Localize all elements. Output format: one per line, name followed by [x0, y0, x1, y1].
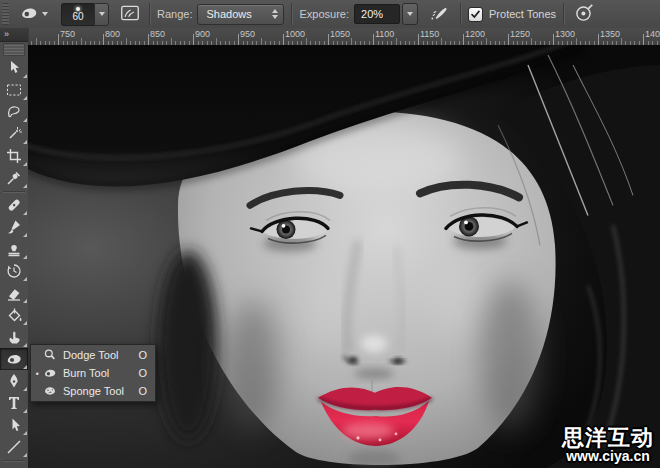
flyout-corner-icon	[23, 118, 27, 122]
eyedropper-tool[interactable]	[0, 167, 28, 189]
brush-panel-icon	[119, 2, 141, 24]
ruler-label: 950	[240, 29, 255, 39]
tool-preset-picker[interactable]	[15, 0, 51, 28]
toolbar-tools	[0, 57, 28, 463]
lasso-tool[interactable]	[0, 101, 28, 123]
ruler-label: 900	[195, 29, 210, 39]
paint-bucket-tool-icon	[4, 305, 24, 325]
flyout-corner-icon	[23, 453, 27, 457]
flyout-corner-icon	[23, 140, 27, 144]
ruler-tick	[171, 38, 172, 45]
ruler-tick	[373, 34, 374, 45]
move-tool-icon	[4, 58, 24, 78]
burn-tool-icon	[42, 365, 58, 381]
menu-item-sponge-tool[interactable]: Sponge ToolO	[31, 382, 155, 400]
eraser-tool[interactable]	[0, 282, 28, 304]
ruler-tick	[103, 34, 104, 45]
ruler-label: 1250	[510, 29, 530, 39]
exposure-input[interactable]: 20%	[354, 4, 400, 24]
ruler-tick	[81, 38, 82, 45]
chevron-down-icon	[407, 12, 413, 16]
watermark-title: 思洋互动	[562, 427, 654, 449]
smudge-tool[interactable]	[0, 326, 28, 348]
marquee-tool-icon	[4, 80, 24, 100]
selected-tool-bullet: ▪	[33, 369, 42, 378]
ruler-tick	[396, 38, 397, 45]
toolbar: »	[0, 28, 29, 468]
burn-tool-icon	[4, 349, 24, 369]
ruler-tick	[283, 34, 284, 45]
ruler-tick	[216, 38, 217, 45]
protect-tones-checkbox[interactable]	[468, 7, 483, 22]
ruler-tick	[463, 34, 464, 45]
protect-tones-control[interactable]: Protect Tones	[468, 7, 556, 22]
tool-flyout-menu: Dodge ToolO▪Burn ToolOSponge ToolO	[30, 344, 156, 402]
menu-item-burn-tool[interactable]: ▪Burn ToolO	[31, 364, 155, 382]
exposure-value: 20%	[361, 8, 383, 20]
magic-wand-tool[interactable]	[0, 123, 28, 145]
flyout-corner-icon	[23, 233, 27, 237]
menu-item-dodge-tool[interactable]: Dodge ToolO	[31, 346, 155, 364]
brush-tool[interactable]	[0, 216, 28, 238]
brush-size-dropdown[interactable]	[94, 3, 109, 26]
brush-size-value: 60	[72, 11, 83, 23]
range-value: Shadows	[206, 8, 251, 20]
checkmark-icon	[470, 9, 481, 20]
updown-arrows-icon	[264, 9, 278, 19]
ruler-label: 1000	[285, 29, 305, 39]
move-tool[interactable]	[0, 57, 28, 79]
marquee-tool[interactable]	[0, 79, 28, 101]
ruler-tick	[58, 34, 59, 45]
separator	[563, 3, 564, 25]
ruler-tick	[351, 38, 352, 45]
toolbar-collapse-button[interactable]: »	[0, 28, 28, 42]
magic-wand-tool-icon	[4, 124, 24, 144]
pen-tool[interactable]	[0, 370, 28, 392]
chevron-down-icon	[42, 12, 48, 16]
flyout-corner-icon	[23, 343, 27, 347]
history-brush-tool[interactable]	[0, 260, 28, 282]
clone-stamp-tool[interactable]	[0, 238, 28, 260]
exposure-dropdown[interactable]	[402, 3, 418, 25]
airbrush-icon	[429, 2, 451, 24]
pen-tool-icon	[4, 371, 24, 391]
ruler-tick	[306, 38, 307, 45]
ruler[interactable]: 7508008509009501000105011001150120012501…	[28, 28, 660, 46]
burn-tool[interactable]	[0, 348, 28, 370]
ruler-tick	[643, 34, 644, 45]
sponge-tool-icon	[42, 383, 58, 399]
photo-selective-color-portrait[interactable]	[28, 45, 660, 468]
options-bar-grip[interactable]	[2, 3, 9, 25]
flyout-corner-icon	[23, 162, 27, 166]
document-canvas[interactable]: 思洋互动 www.ciya.cn	[28, 45, 660, 468]
tablet-pressure-icon	[573, 2, 595, 24]
brush-size-preview[interactable]: 60	[61, 3, 94, 26]
ruler-tick	[36, 38, 37, 45]
crop-tool-icon	[4, 146, 24, 166]
type-tool-icon	[4, 393, 24, 413]
flyout-corner-icon	[23, 255, 27, 259]
paint-bucket-tool[interactable]	[0, 304, 28, 326]
ruler-tick	[508, 34, 509, 45]
toolbar-grip[interactable]	[3, 43, 25, 56]
ruler-tick	[621, 38, 622, 45]
path-selection-tool[interactable]	[0, 414, 28, 436]
ruler-tick	[576, 38, 577, 45]
brush-tool-icon	[4, 217, 24, 237]
ruler-label: 1400	[645, 29, 660, 39]
crop-tool[interactable]	[0, 145, 28, 167]
healing-brush-tool[interactable]	[0, 194, 28, 216]
airbrush-toggle-button[interactable]	[427, 1, 453, 27]
toggle-brush-panel-button[interactable]	[118, 1, 142, 27]
menu-item-label: Sponge Tool	[63, 385, 130, 397]
healing-brush-tool-icon	[4, 195, 24, 215]
line-tool[interactable]	[0, 436, 28, 458]
flyout-corner-icon	[23, 74, 27, 78]
ruler-label: 1350	[600, 29, 620, 39]
menu-item-label: Dodge Tool	[63, 349, 130, 361]
tablet-pressure-button[interactable]	[571, 1, 597, 27]
menu-item-shortcut: O	[138, 385, 147, 397]
separator	[460, 3, 461, 25]
type-tool[interactable]	[0, 392, 28, 414]
range-dropdown[interactable]: Shadows	[197, 4, 284, 25]
